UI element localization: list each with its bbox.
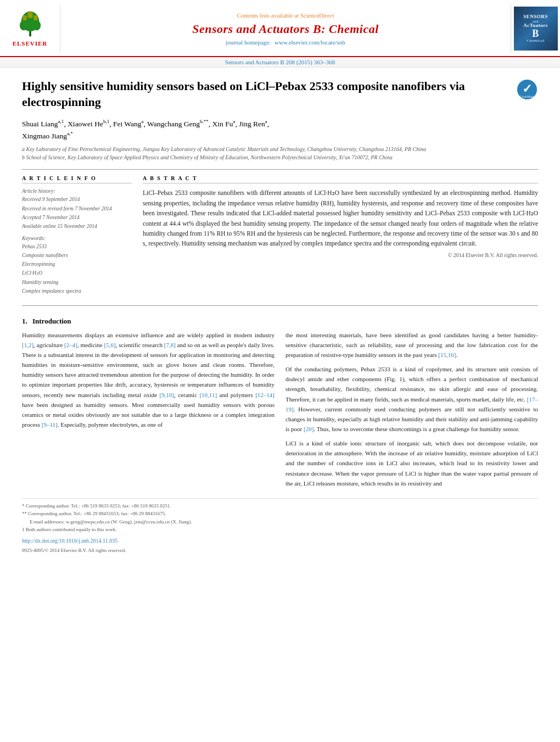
section-title-text: Introduction bbox=[32, 317, 71, 325]
elsevier-logo: ELSEVIER bbox=[0, 4, 60, 53]
abstract-text: LiCl–Pebax 2533 composite nanofibers wit… bbox=[143, 188, 538, 248]
journal-title: Sensors and Actuators B: Chemical bbox=[192, 22, 379, 36]
main-content: Highly sensitive humidity sensors based … bbox=[0, 68, 560, 566]
keyword-5: Humidity sensing bbox=[22, 278, 132, 287]
intro-para-3: Of the conducting polymers, Pebax 2533 i… bbox=[285, 364, 538, 434]
svg-text:✓: ✓ bbox=[522, 82, 532, 96]
intro-para-2: the most interesting materials, have bee… bbox=[285, 330, 538, 360]
homepage-label: journal homepage: bbox=[226, 39, 271, 46]
received-revised: Received in revised form 7 November 2014 bbox=[22, 204, 132, 213]
section-title: 1. Introduction bbox=[22, 317, 538, 326]
divider-middle bbox=[22, 305, 538, 306]
footnotes-section: * Corresponding author. Tel.: +86 519 86… bbox=[22, 498, 538, 555]
keyword-6: Complex impedance spectra bbox=[22, 287, 132, 295]
keywords-list: Pebax 2533 Composite nanofibers Electros… bbox=[22, 242, 132, 295]
elsevier-tree-icon bbox=[11, 10, 49, 38]
history-label: Article history: bbox=[22, 188, 132, 194]
citation-text: Sensors and Actuators B 208 (2015) 363–3… bbox=[225, 59, 335, 65]
article-info-abstract: A R T I C L E I N F O Article history: R… bbox=[22, 175, 538, 295]
journal-header: ELSEVIER Contents lists available at Sci… bbox=[0, 0, 560, 57]
intro-right-col: the most interesting materials, have bee… bbox=[285, 330, 538, 493]
contents-text: Contents lists available at bbox=[237, 12, 299, 19]
crossmark-icon: ✓ CrossMark bbox=[516, 79, 538, 101]
svg-point-2 bbox=[19, 20, 27, 30]
sciencedirect-line: Contents lists available at ScienceDirec… bbox=[237, 12, 334, 19]
issn-line: 0925-4005/© 2014 Elsevier B.V. All right… bbox=[22, 546, 538, 554]
article-title-section: Highly sensitive humidity sensors based … bbox=[22, 79, 538, 110]
divider-top bbox=[22, 169, 538, 170]
keyword-4: LiCl·H₂O bbox=[22, 269, 132, 277]
chemical-sub: Chemical bbox=[527, 38, 544, 43]
footnote-star-star: ** Corresponding author. Tel.: +86 29 88… bbox=[22, 510, 538, 517]
footnote-1: 1 Both authors contributed equally to th… bbox=[22, 526, 538, 533]
article-info-col: A R T I C L E I N F O Article history: R… bbox=[22, 175, 132, 295]
affiliation-a: a Key Laboratory of Fine Petrochemical E… bbox=[22, 145, 538, 153]
journal-homepage-line: journal homepage: www.elsevier.com/locat… bbox=[226, 39, 345, 46]
homepage-url[interactable]: www.elsevier.com/locate/snb bbox=[275, 39, 345, 46]
authors-line: Shuai Lianga,1, Xiaowei Heb,1, Fei Wanga… bbox=[22, 118, 538, 142]
available-online: Available online 15 November 2014 bbox=[22, 222, 132, 231]
keywords-label: Keywords: bbox=[22, 235, 132, 241]
introduction-section: 1. Introduction Humidity measurements di… bbox=[22, 317, 538, 493]
keyword-2: Composite nanofibers bbox=[22, 251, 132, 260]
received: Received 9 September 2014 bbox=[22, 195, 132, 204]
journal-center: Contents lists available at ScienceDirec… bbox=[60, 4, 511, 53]
svg-point-3 bbox=[32, 20, 41, 30]
elsevier-brand-text: ELSEVIER bbox=[13, 40, 48, 47]
email-line: E-mail addresses: w.geng@nwpu.edu.cn (W.… bbox=[30, 518, 538, 526]
keyword-3: Electrospinning bbox=[22, 260, 132, 269]
sciencedirect-link-text[interactable]: ScienceDirect bbox=[300, 12, 334, 19]
svg-rect-6 bbox=[27, 12, 32, 18]
sensors-logo-box: SENSORS and AcTuators B Chemical bbox=[511, 4, 560, 53]
abstract-col: A B S T R A C T LiCl–Pebax 2533 composit… bbox=[143, 175, 538, 295]
intro-para-4: LiCl is a kind of stable ionic structure… bbox=[285, 438, 538, 488]
doi-link[interactable]: http://dx.doi.org/10.1016/j.snb.2014.11.… bbox=[22, 537, 538, 545]
sensors-text: SENSORS bbox=[523, 14, 548, 20]
footnote-star: * Corresponding author. Tel.: +86 519 86… bbox=[22, 502, 538, 510]
accepted: Accepted 7 November 2014 bbox=[22, 213, 132, 222]
keyword-1: Pebax 2533 bbox=[22, 242, 132, 251]
svg-text:CrossMark: CrossMark bbox=[520, 95, 535, 98]
intro-para-1: Humidity measurements displays an extens… bbox=[22, 330, 275, 429]
b-letter: B bbox=[532, 29, 539, 38]
section-number: 1. bbox=[22, 317, 27, 325]
affiliations: a Key Laboratory of Fine Petrochemical E… bbox=[22, 145, 538, 161]
intro-two-col: Humidity measurements displays an extens… bbox=[22, 330, 538, 493]
citation-bar: Sensors and Actuators B 208 (2015) 363–3… bbox=[0, 57, 560, 68]
abstract-copyright: © 2014 Elsevier B.V. All rights reserved… bbox=[143, 252, 538, 258]
sensors-actuators-logo: SENSORS and AcTuators B Chemical bbox=[514, 7, 558, 51]
svg-rect-5 bbox=[33, 15, 37, 20]
intro-left-col: Humidity measurements displays an extens… bbox=[22, 330, 275, 493]
received-date: Received 9 September 2014 Received in re… bbox=[22, 195, 132, 231]
abstract-header: A B S T R A C T bbox=[143, 175, 538, 183]
svg-rect-4 bbox=[23, 15, 26, 20]
article-info-header: A R T I C L E I N F O bbox=[22, 175, 132, 183]
affiliation-b: b School of Science, Key Laboratory of S… bbox=[22, 153, 538, 161]
article-title: Highly sensitive humidity sensors based … bbox=[22, 79, 511, 110]
